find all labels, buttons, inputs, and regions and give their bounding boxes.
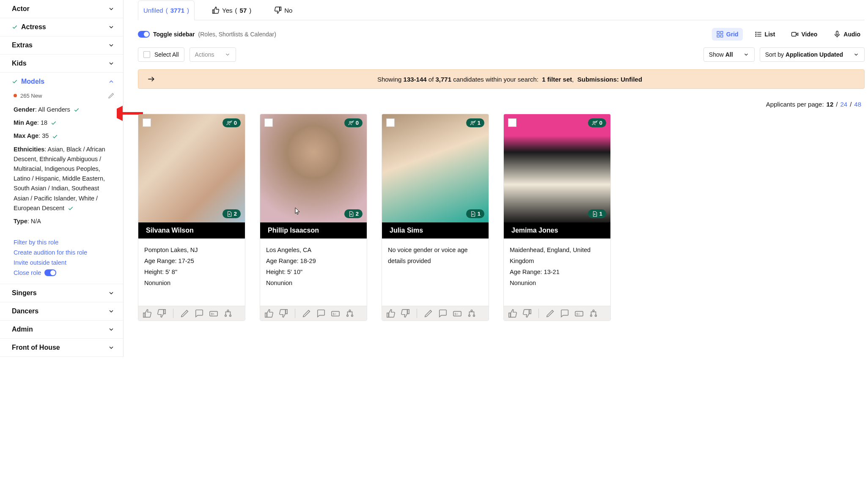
main-content: Unfiled (3771) Yes (57) No Toggle sideba… bbox=[124, 0, 868, 357]
view-list-button[interactable]: List bbox=[750, 28, 780, 41]
sidebar-item-kids[interactable]: Kids bbox=[0, 55, 123, 72]
tab-unfiled[interactable]: Unfiled (3771) bbox=[138, 0, 195, 20]
svg-point-8 bbox=[755, 32, 756, 33]
svg-point-41 bbox=[595, 121, 596, 123]
chevron-down-icon bbox=[108, 42, 115, 49]
sidebar: Actor Actress Extras Kids Models bbox=[0, 0, 124, 357]
sidebar-item-dancers[interactable]: Dancers bbox=[0, 302, 123, 320]
close-role-link[interactable]: Close role bbox=[14, 268, 115, 278]
tab-yes[interactable]: Yes (57) bbox=[206, 0, 257, 20]
chevron-down-icon bbox=[853, 52, 859, 58]
sidebar-item-singers[interactable]: Singers bbox=[0, 284, 123, 302]
price-icon[interactable]: $= bbox=[453, 309, 462, 318]
price-icon[interactable]: $= bbox=[574, 309, 584, 318]
shortlist-badge: 0 bbox=[222, 118, 241, 127]
applicant-name: Phillip Isaacson bbox=[260, 222, 367, 239]
filter-gender: Gender: All Genders bbox=[14, 103, 115, 116]
tab-no[interactable]: No bbox=[269, 0, 298, 20]
document-icon bbox=[348, 211, 354, 217]
filter-type: Type: N/A bbox=[14, 215, 115, 228]
svg-point-33 bbox=[473, 121, 475, 123]
price-icon[interactable]: $= bbox=[209, 309, 218, 318]
toggle-sidebar-switch[interactable] bbox=[138, 31, 150, 38]
comment-icon[interactable] bbox=[438, 309, 448, 318]
applicant-details: Los Angeles, CA Age Range: 18-29 Height:… bbox=[260, 239, 367, 306]
share-icon[interactable] bbox=[589, 309, 598, 318]
svg-point-46 bbox=[595, 315, 597, 317]
per-page-24[interactable]: 24 bbox=[840, 101, 847, 108]
svg-marker-12 bbox=[796, 33, 798, 36]
role-label: Models bbox=[21, 78, 44, 85]
applicant-card[interactable]: 1 1 Julia Sims No voice gender or voice … bbox=[382, 114, 489, 321]
role-label: Kids bbox=[12, 60, 27, 67]
sidebar-item-foh[interactable]: Front of House bbox=[0, 339, 123, 356]
select-all-checkbox[interactable]: Select All bbox=[138, 47, 184, 62]
comment-icon[interactable] bbox=[316, 309, 326, 318]
svg-text:$=: $= bbox=[333, 312, 336, 316]
edit-icon[interactable] bbox=[302, 309, 311, 318]
svg-point-24 bbox=[349, 121, 351, 123]
sidebar-item-admin[interactable]: Admin bbox=[0, 321, 123, 338]
card-checkbox[interactable] bbox=[386, 118, 395, 127]
filter-by-role-link[interactable]: Filter by this role bbox=[14, 237, 115, 247]
applicant-photo: 0 2 bbox=[260, 114, 367, 222]
per-page-12[interactable]: 12 bbox=[827, 101, 834, 108]
view-audio-button[interactable]: Audio bbox=[829, 28, 865, 41]
comment-icon[interactable] bbox=[560, 309, 569, 318]
card-checkbox[interactable] bbox=[264, 118, 273, 127]
applicant-card[interactable]: 0 2 Silvana Wilson Pompton Lakes, NJ Age… bbox=[138, 114, 245, 321]
arrow-right-icon[interactable] bbox=[147, 75, 155, 83]
role-label: Dancers bbox=[12, 307, 38, 315]
actions-dropdown[interactable]: Actions bbox=[190, 47, 236, 62]
edit-icon[interactable] bbox=[180, 309, 190, 318]
applicant-card[interactable]: 0 1 Jemima Jones Maidenhead, England, Un… bbox=[503, 114, 611, 321]
card-checkbox[interactable] bbox=[143, 118, 151, 127]
toggle-sidebar-hint: (Roles, Shortlists & Calendar) bbox=[198, 31, 276, 38]
thumbs-up-icon[interactable] bbox=[386, 309, 396, 318]
svg-rect-4 bbox=[720, 35, 722, 37]
thumbs-up-icon[interactable] bbox=[264, 309, 274, 318]
sidebar-item-actor[interactable]: Actor bbox=[0, 0, 123, 18]
thumbs-up-icon[interactable] bbox=[508, 309, 517, 318]
sort-dropdown[interactable]: Sort by Application Updated bbox=[760, 47, 865, 62]
sidebar-item-extras[interactable]: Extras bbox=[0, 36, 123, 54]
thumbs-down-icon[interactable] bbox=[522, 309, 532, 318]
edit-icon[interactable] bbox=[424, 309, 433, 318]
invite-talent-link[interactable]: Invite outside talent bbox=[14, 258, 115, 268]
applicant-name: Silvana Wilson bbox=[138, 222, 245, 239]
svg-text:$=: $= bbox=[211, 312, 214, 316]
comment-icon[interactable] bbox=[195, 309, 204, 318]
edit-icon[interactable] bbox=[546, 309, 555, 318]
thumbs-down-icon[interactable] bbox=[279, 309, 288, 318]
card-checkbox[interactable] bbox=[508, 118, 516, 127]
create-audition-link[interactable]: Create audition for this role bbox=[14, 247, 115, 258]
check-icon bbox=[68, 206, 74, 211]
price-icon[interactable]: $= bbox=[331, 309, 340, 318]
svg-point-39 bbox=[471, 310, 472, 312]
svg-text:$=: $= bbox=[455, 312, 458, 316]
share-icon[interactable] bbox=[345, 309, 354, 318]
show-dropdown[interactable]: Show All bbox=[703, 47, 755, 62]
card-actions: $= bbox=[504, 306, 610, 321]
card-actions: $= bbox=[382, 306, 489, 321]
shortlist-badge: 0 bbox=[588, 118, 606, 127]
per-page-48[interactable]: 48 bbox=[854, 101, 861, 108]
sidebar-item-actress[interactable]: Actress bbox=[0, 18, 123, 36]
close-role-toggle[interactable] bbox=[44, 269, 56, 276]
applicant-grid: 0 2 Silvana Wilson Pompton Lakes, NJ Age… bbox=[138, 114, 865, 321]
svg-point-34 bbox=[472, 214, 473, 214]
share-icon[interactable] bbox=[223, 309, 233, 318]
sidebar-item-models[interactable]: Models bbox=[0, 73, 123, 90]
view-grid-button[interactable]: Grid bbox=[712, 28, 743, 41]
thumbs-up-icon[interactable] bbox=[143, 309, 152, 318]
share-icon[interactable] bbox=[467, 309, 476, 318]
thumbs-down-icon[interactable] bbox=[401, 309, 410, 318]
checkbox-icon bbox=[143, 51, 150, 58]
svg-point-17 bbox=[229, 121, 231, 123]
chevron-down-icon bbox=[108, 344, 115, 351]
view-video-button[interactable]: Video bbox=[787, 28, 821, 41]
applicant-card[interactable]: 0 2 Phillip Isaacson Los Angeles, CA Age… bbox=[260, 114, 367, 321]
edit-icon[interactable] bbox=[108, 92, 115, 99]
thumbs-down-icon[interactable] bbox=[157, 309, 166, 318]
check-icon bbox=[52, 134, 58, 140]
